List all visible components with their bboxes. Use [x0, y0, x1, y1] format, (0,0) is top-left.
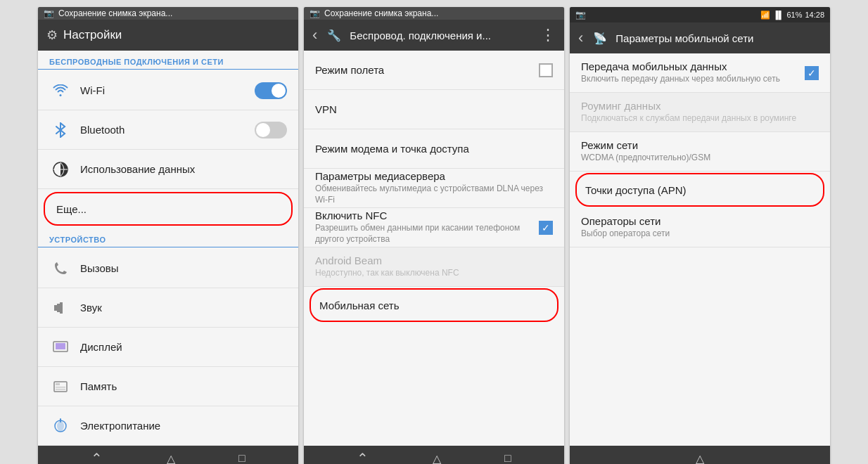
android-beam-label: Android Beam: [315, 254, 553, 266]
nav-home-c[interactable]: △: [696, 452, 704, 465]
panel-c: 📷 📶 ▐▌ 61% 14:28 ‹ 📡 Параметры мобильной…: [570, 7, 830, 464]
mobile-data-subtitle: Включить передачу данных через мобильную…: [581, 74, 805, 85]
flight-mode-checkbox[interactable]: [539, 63, 553, 77]
calls-icon: [49, 257, 72, 280]
sound-icon: [49, 297, 72, 319]
wifi-label: Wi-Fi: [80, 84, 255, 96]
mobile-data-label: Передача мобильных данных: [581, 60, 805, 72]
nfc-checkbox[interactable]: ✓: [539, 221, 553, 235]
vpn-label: VPN: [315, 103, 553, 115]
svg-rect-20: [56, 387, 65, 388]
flight-mode-item[interactable]: Режим полета: [304, 51, 564, 90]
nav-back-b[interactable]: ⌃: [357, 450, 369, 464]
more-text: Еще...: [56, 203, 280, 215]
sound-label: Звук: [80, 302, 287, 314]
wifi-item[interactable]: Wi-Fi: [38, 71, 298, 110]
network-operators-item[interactable]: Операторы сети Выбор оператора сети: [570, 208, 830, 247]
display-icon: [49, 336, 72, 359]
vpn-text: VPN: [315, 103, 553, 115]
content-c: Передача мобильных данных Включить перед…: [570, 53, 830, 446]
nav-home-a[interactable]: △: [167, 452, 175, 465]
back-arrow-c[interactable]: ‹: [578, 29, 583, 47]
status-bar-a: 📷 Сохранение снимка экрана...: [38, 7, 298, 20]
bluetooth-text: Bluetooth: [80, 124, 255, 136]
title-text-a: Настройки: [63, 28, 122, 42]
bluetooth-label: Bluetooth: [80, 124, 255, 136]
data-usage-item[interactable]: Использование данных: [38, 150, 298, 189]
svg-rect-8: [57, 304, 60, 307]
svg-rect-7: [54, 308, 57, 311]
battery-level: 61%: [786, 11, 802, 19]
calls-text: Вызовы: [80, 262, 287, 274]
nav-back-a[interactable]: ⌃: [91, 450, 103, 464]
section-header-device: УСТРОЙСТВО: [38, 228, 298, 247]
svg-rect-11: [60, 302, 63, 305]
nav-recent-b[interactable]: □: [504, 452, 511, 464]
storage-icon: [49, 375, 72, 398]
roaming-text: Роуминг данных Подключаться к службам пе…: [581, 100, 819, 124]
title-bar-a: ⚙ Настройки: [38, 20, 298, 51]
nfc-text: Включить NFC Разрешить обмен данными при…: [315, 210, 539, 245]
modem-item[interactable]: Режим модема и точка доступа: [304, 129, 564, 169]
network-mode-item[interactable]: Режим сети WCDMA (предпочтительно)/GSM: [570, 132, 830, 172]
bluetooth-toggle[interactable]: [255, 122, 287, 138]
storage-item[interactable]: Память: [38, 367, 298, 406]
power-icon: [49, 415, 72, 437]
wrench-icon-b: 🔧: [327, 29, 341, 42]
content-a: БЕСПРОВОДНЫЕ ПОДКЛЮЧЕНИЯ И СЕТИ Wi-Fi: [38, 51, 298, 446]
mobile-network-label: Мобильная сеть: [319, 299, 549, 311]
screenshot-title-b: Сохранение снимка экрана...: [324, 8, 438, 18]
mobile-data-item[interactable]: Передача мобильных данных Включить перед…: [570, 53, 830, 93]
nfc-label: Включить NFC: [315, 210, 539, 221]
bluetooth-icon: [49, 119, 72, 141]
nav-recent-a[interactable]: □: [238, 452, 245, 464]
display-item[interactable]: Дисплей: [38, 328, 298, 367]
power-text: Электропитание: [80, 420, 287, 432]
svg-rect-10: [57, 309, 60, 312]
panel-a: 📷 Сохранение снимка экрана... ⚙ Настройк…: [38, 7, 298, 464]
back-arrow-b[interactable]: ‹: [312, 26, 317, 44]
title-bar-c: ‹ 📡 Параметры мобильной сети: [570, 22, 830, 53]
svg-rect-21: [56, 389, 65, 390]
network-icon-c: 📡: [593, 32, 607, 45]
menu-dots-b[interactable]: ⋮: [540, 26, 556, 44]
status-bar-c: 📷 📶 ▐▌ 61% 14:28: [570, 7, 830, 22]
network-mode-label: Режим сети: [581, 139, 819, 151]
media-server-item[interactable]: Параметры медиасервера Обменивайтесь мул…: [304, 169, 564, 208]
calls-item[interactable]: Вызовы: [38, 249, 298, 288]
wifi-toggle[interactable]: [255, 82, 287, 99]
more-item[interactable]: Еще...: [44, 192, 293, 226]
modem-text: Режим модема и точка доступа: [315, 143, 553, 155]
flight-mode-label: Режим полета: [315, 64, 539, 76]
more-label: Еще...: [56, 203, 280, 215]
vpn-item[interactable]: VPN: [304, 90, 564, 129]
nav-bar-c: △: [570, 446, 830, 464]
roaming-item: Роуминг данных Подключаться к службам пе…: [570, 93, 830, 132]
signal-bars-icon: ▐▌: [773, 11, 784, 19]
panel-b: 📷 Сохранение снимка экрана... ‹ 🔧 Беспро…: [304, 7, 564, 464]
sound-text: Звук: [80, 302, 287, 314]
nav-home-b[interactable]: △: [433, 452, 441, 465]
screenshot-icon-a: 📷: [44, 8, 54, 18]
title-text-b: Беспровод. подключения и...: [350, 30, 535, 41]
modem-label: Режим модема и точка доступа: [315, 143, 553, 155]
network-operators-subtitle: Выбор оператора сети: [581, 228, 819, 240]
screenshot-title-a: Сохранение снимка экрана...: [58, 8, 172, 18]
network-mode-text: Режим сети WCDMA (предпочтительно)/GSM: [581, 139, 819, 164]
apn-text: Точки доступа (APN): [585, 184, 815, 196]
nfc-item[interactable]: Включить NFC Разрешить обмен данными при…: [304, 208, 564, 247]
data-usage-text: Использование данных: [80, 163, 287, 175]
sound-item[interactable]: Звук: [38, 288, 298, 328]
bluetooth-item[interactable]: Bluetooth: [38, 110, 298, 150]
svg-rect-17: [56, 343, 65, 349]
data-usage-icon: [49, 158, 72, 181]
svg-rect-13: [60, 308, 63, 311]
mobile-data-checkbox[interactable]: ✓: [805, 66, 819, 80]
apn-item[interactable]: Точки доступа (APN): [575, 173, 824, 207]
mobile-network-item[interactable]: Мобильная сеть: [309, 288, 559, 322]
power-item[interactable]: Электропитание: [38, 406, 298, 446]
power-label: Электропитание: [80, 420, 287, 432]
status-bar-b: 📷 Сохранение снимка экрана...: [304, 7, 564, 20]
network-operators-text: Операторы сети Выбор оператора сети: [581, 215, 819, 240]
content-b: Режим полета VPN Режим модема и точка до…: [304, 51, 564, 446]
